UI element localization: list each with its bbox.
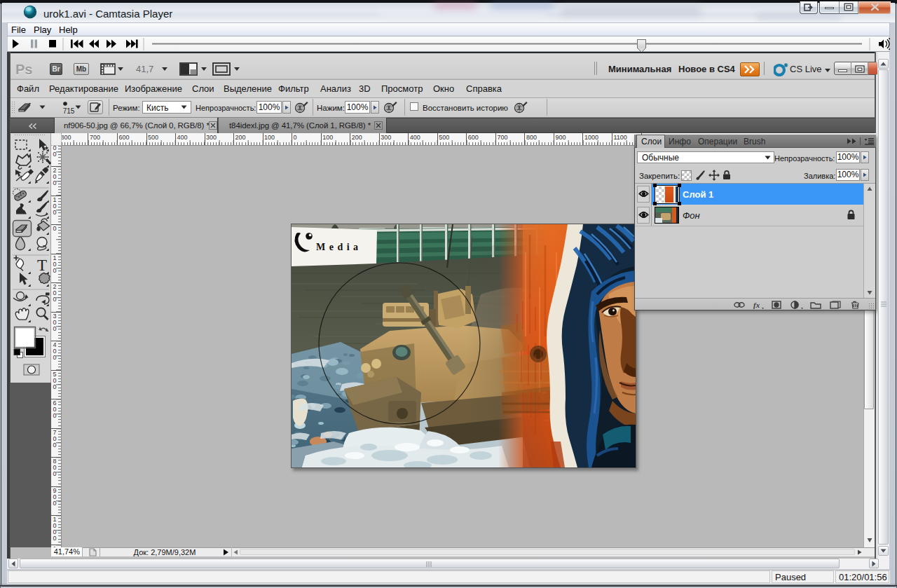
svg-text:Media: Media: [316, 242, 362, 252]
svg-text:fx: fx: [753, 301, 760, 309]
svg-text:T: T: [37, 257, 47, 274]
